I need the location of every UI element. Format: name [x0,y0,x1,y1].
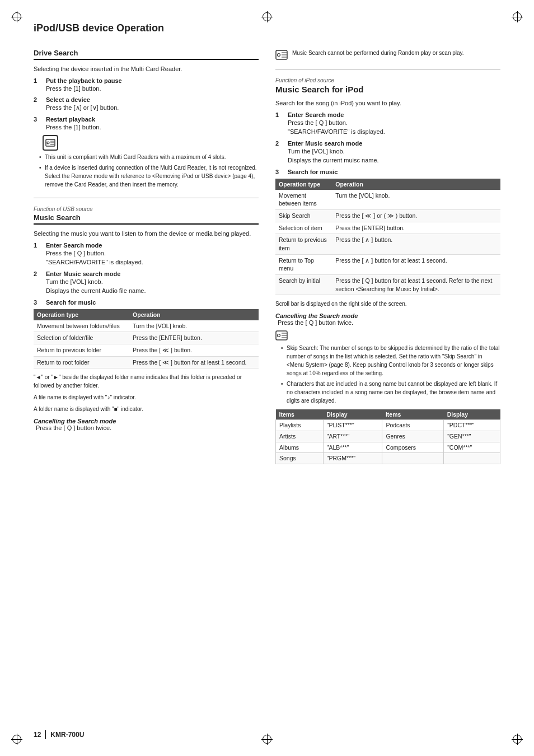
step-content: Search for music [288,169,500,175]
cancelling-section-ipod: Cancelling the Search mode Press the [ Q… [275,312,500,326]
section-divider [34,198,259,198]
step-title: Put the playback to pause [46,77,259,84]
page: iPod/USB device Operation Drive Search S… [0,0,534,756]
cancelling-title: Cancelling the Search mode [275,312,358,319]
step-detail: Press the [1] button. [46,84,259,94]
table-cell: Movement between items [275,190,332,210]
reg-mark-bottom-left [11,734,22,745]
table-cell: "PRGM***" [323,453,382,464]
table-header-op-type: Operation type [34,309,129,320]
table-row: Return to Top menu Press the [ ∧ ] butto… [275,254,500,274]
folder-note-1: "◄" or "►" beside the displayed folder n… [34,373,259,390]
table-row: Artists "ART***" Genres "GEN***" [276,431,500,442]
drive-search-section: Drive Search Selecting the device insert… [34,49,259,189]
ipod-step-2: 2 Enter Music search mode Turn the [VOL]… [275,140,500,165]
note-icon [275,50,288,61]
table-row: Return to previous item Press the [ ∧ ] … [275,234,500,254]
table-row: Movement between folders/files Turn the … [34,320,259,332]
table-cell: Turn the [VOL] knob. [332,190,500,210]
music-usb-step-1: 1 Enter Search mode Press the [ Q ] butt… [34,242,259,267]
table-cell [382,453,444,464]
page-title: iPod/USB device Operation [34,22,500,38]
items-header-1: Items [276,409,324,420]
step-number: 3 [34,299,43,306]
note-symbol-icon [275,330,288,340]
music-usb-step-3: 3 Search for music [34,299,259,306]
step-title: Enter Music search mode [288,140,362,147]
left-column: Drive Search Selecting the device insert… [34,49,259,473]
table-cell: Movement between folders/files [34,320,129,332]
step-content: Select a device Press the [∧] or [∨] but… [46,96,259,113]
drive-search-notes: This unit is compliant with Multi Card R… [39,153,259,189]
note-item: This unit is compliant with Multi Card R… [39,153,259,161]
table-cell: "GEN***" [444,431,500,442]
reg-mark-bottom-center [261,734,273,745]
svg-point-6 [278,54,280,57]
table-cell: Search by initial [275,275,332,295]
step-title: Enter Search mode [46,242,102,249]
step-content: Enter Music search mode Turn the [VOL] k… [46,270,259,296]
table-cell: Artists [276,431,324,442]
reg-mark-top-center [261,11,273,22]
table-cell: Press the [ ≪ ] button for at least 1 se… [129,356,259,368]
cancelling-title: Cancelling the Search mode [34,418,116,424]
right-column: Music Search cannot be performed during … [275,49,500,473]
step-number: 2 [34,270,43,296]
step-number: 2 [34,96,43,113]
table-cell: "ALB***" [323,442,382,453]
step-detail: Press the [∧] or [∨] button. [46,103,259,113]
step-detail: Press the [1] button. [46,123,259,132]
step-extra: "SEARCH/FAVORITE" is displayed. [288,128,385,135]
table-cell: "COM***" [444,442,500,453]
cancelling-step: Press the [ Q ] button twice. [36,424,111,431]
note-symbol-icon [275,50,288,60]
step-number: 1 [34,242,43,267]
music-search-usb-section: Function of USB source Music Search Sele… [34,206,259,431]
step-number: 3 [275,169,284,175]
step-extra: Displays the current Audio file name. [46,287,146,294]
note-item: Characters that are included in a song n… [281,380,500,405]
table-cell: Podcasts [382,420,444,431]
table-cell [444,453,500,464]
table-row: Return to previous folder Press the [ ≪ … [34,344,259,356]
table-cell: Turn the [VOL] knob. [129,320,259,332]
step-title: Select a device [46,96,259,103]
step-title: Search for music [46,299,96,306]
table-row: Movement between items Turn the [VOL] kn… [275,190,500,210]
note-icon [275,330,288,342]
page-footer: 12 KMR-700U [34,730,84,739]
table-row: Albums "ALB***" Composers "COM***" [276,442,500,453]
table-row: Return to root folder Press the [ ≪ ] bu… [34,356,259,368]
music-search-title: Music Search [34,213,259,225]
table-cell: Return to root folder [34,356,129,368]
table-cell: Press the [ ∧ ] button for at least 1 se… [332,254,500,274]
step-title: Search for music [288,169,338,175]
table-cell: Press the [ Q ] button for at least 1 se… [332,275,500,295]
ipod-title: Music Search for iPod [275,85,500,94]
items-header-2: Items [382,409,444,420]
table-cell: Press the [ ≪ ] button. [129,344,259,356]
note-item: If a device is inserted during connectio… [39,164,259,189]
table-cell: Return to previous folder [34,344,129,356]
step-number: 1 [275,111,284,137]
step-content: Put the playback to pause Press the [1] … [46,77,259,94]
step-content: Restart playback Press the [1] button. [46,116,259,132]
table-header-op: Operation [332,179,500,190]
table-cell: Albums [276,442,324,453]
table-cell: Playlists [276,420,324,431]
step-content: Enter Search mode Press the [ Q ] button… [288,111,500,137]
table-cell: Skip Search [275,209,332,222]
step-number: 3 [34,116,43,132]
step-extra: Displays the current muisc name. [288,157,379,164]
footer-divider [45,730,46,739]
reg-mark-top-right [512,11,523,22]
step-content: Enter Music search mode Turn the [VOL] k… [288,140,500,165]
reg-mark-bottom-right [512,734,523,745]
step-number: 2 [275,140,284,165]
step-detail: Turn the [VOL] knob. [288,148,345,155]
top-note-block: Music Search cannot be performed during … [275,49,500,61]
table-header-op-type: Operation type [275,179,332,190]
step-title: Enter Music search mode [46,270,120,277]
drive-step-3: 3 Restart playback Press the [1] button. [34,116,259,132]
table-cell: Press the [ENTER] button. [332,222,500,234]
